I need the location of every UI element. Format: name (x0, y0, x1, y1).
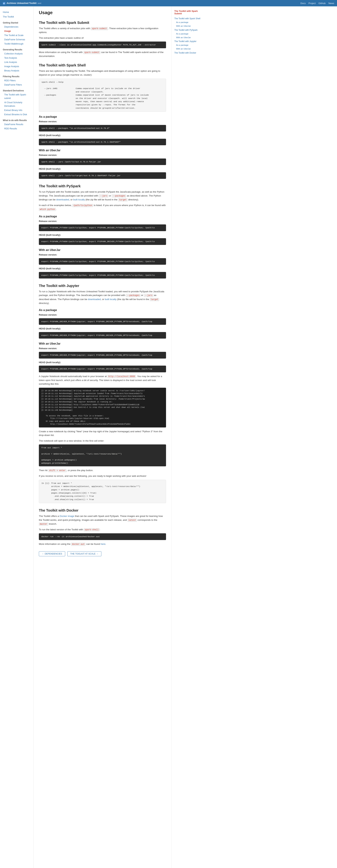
sidebar-item-collection-analysis[interactable]: Collection Analysis (3, 52, 32, 56)
toc-pyspark[interactable]: The Toolkit with PySpark (174, 28, 204, 32)
pyspark-uberjar-heading: With an UberJar (39, 248, 166, 252)
sidebar-section-filtering: Filtering Results (3, 75, 32, 78)
spark-shell-package-heading: As a package (39, 115, 166, 118)
sidebar-item-usage[interactable]: Usage (3, 29, 32, 33)
svg-text:AT: AT (3, 3, 5, 4)
jupyter-uberjar-release-code: export PYSPARK_DRIVER_PYTHON=jupyter; ex… (39, 352, 166, 359)
sidebar-section-getting-started: Getting Started (3, 22, 32, 24)
toc-section: The Toolkit with Spark Shell As a packag… (174, 17, 204, 55)
docs-link[interactable]: Docs (300, 2, 306, 5)
docker-heading: The Toolkit with Docker (39, 508, 166, 513)
pyspark-local-link[interactable]: built locally (73, 198, 85, 201)
pyspark-package-heading: As a package (39, 215, 166, 218)
pyspark-uberjar-head-label: HEAD (built locally): (39, 267, 166, 271)
pyspark-extra: In each of the examples below, /path/to/… (39, 204, 166, 211)
toc-spark-shell-package[interactable]: As a package (174, 21, 204, 24)
sidebar-item-rdd-results[interactable]: RDD Results (3, 126, 32, 131)
toc-pyspark-uberjar[interactable]: With an UberJar (174, 36, 204, 39)
toc-pyspark-package[interactable]: As a package (174, 32, 204, 36)
spark-shell-release-code: spark-shell --packages "io.archivesunlea… (39, 125, 166, 131)
sidebar-item-text-analysis[interactable]: Text Analysis (3, 56, 32, 60)
jupyter-release-code: export PYSPARK_DRIVER_PYTHON=jupyter; ex… (39, 318, 166, 325)
spark-shell-help-code: spark-shell --help --jars JARS Comma-sep… (39, 79, 166, 112)
pyspark-heading: The Toolkit with PySpark (39, 184, 166, 188)
sidebar-item-dataframe-schemas[interactable]: DataFrame Schemas (3, 37, 32, 42)
sidebar-item-scholarly[interactable]: Al Cloud Scholarly Derivatives (3, 100, 32, 108)
sidebar-item-dependencies[interactable]: Dependencies (3, 25, 32, 29)
spark-submit-code: spark-submit --class io.archivesunleashe… (39, 41, 166, 48)
nav-buttons: ← DEPENDENCIES THE TOOLKIT AT SCALE → (39, 551, 166, 556)
docker-here-link[interactable]: here (101, 543, 105, 545)
main-content: Usage The Toolkit with Spark Submit The … (34, 6, 171, 868)
toc-jupyter-package[interactable]: As a package (174, 43, 204, 47)
toc-spark-shell-uberjar[interactable]: With an UberJar (174, 24, 204, 28)
sidebar-item-home[interactable]: Home (3, 10, 32, 14)
jupyter-package-heading: As a package (39, 309, 166, 312)
sidebar-item-extract-binary[interactable]: Extract Binary Info (3, 108, 32, 113)
spark-shell-head-label: HEAD (built locally): (39, 133, 166, 137)
spark-shell-uberjar-head-code: spark-shell --jars /path/to/target/aut-0… (39, 172, 166, 179)
jupyter-terminal-output: [I 10:18:39.003 NotebookApp] Writing not… (39, 388, 166, 428)
news-link[interactable]: News (328, 2, 334, 5)
sidebar-item-binary-analysis[interactable]: Binary Analysis (3, 68, 32, 73)
sidebar-item-image-analysis[interactable]: Image Analysis (3, 64, 32, 68)
sidebar-item-dataframe-filters[interactable]: DataFrame Filters (3, 83, 32, 87)
pyspark-uberjar-head-code: export PYSPARK_PYTHON=/path/to/python; e… (39, 272, 166, 279)
pyspark-uberjar-release-label: Release version: (39, 253, 166, 257)
github-link[interactable]: GitHub (318, 2, 326, 5)
sidebar-item-rdd-filters[interactable]: RDD Filters (3, 79, 32, 83)
pyspark-intro: To run PySpark with the Toolkit loaded, … (39, 190, 166, 202)
sidebar-section-generating: Generating Results (3, 49, 32, 51)
pyspark-release-label: Release version: (39, 219, 166, 223)
pyspark-head-label: HEAD (built locally): (39, 233, 166, 237)
top-navigation: AT Archives Unleashed Toolkit next Docs … (0, 0, 337, 6)
spark-shell-head-code: spark-shell --packages "io.archivesunlea… (39, 139, 166, 145)
pyspark-release-code: export PYSPARK_PYTHON=/path/to/python; e… (39, 224, 166, 231)
docker-image-link[interactable]: Docker image (60, 515, 74, 518)
toc-title: The Toolkit with Spark Submit (174, 10, 204, 15)
jupyter-intro: To run a Jupyter Notebook with the Archi… (39, 290, 166, 305)
sidebar-item-toolkit[interactable]: The Toolkit (3, 14, 32, 19)
page-title: Usage (39, 10, 166, 16)
pyspark-download-link[interactable]: downloaded (56, 198, 69, 201)
sidebar-item-link-analysis[interactable]: Link Analysis (3, 60, 32, 64)
spark-shell-uberjar-heading: With an UberJar (39, 149, 166, 152)
jupyter-local-link[interactable]: built locally (105, 298, 116, 301)
sidebar-item-toolkit-scale[interactable]: The Toolkit at Scale (3, 33, 32, 37)
sidebar-item-extract-disk[interactable]: Extract Binaries to Disk (3, 113, 32, 117)
left-sidebar: Home The Toolkit Getting Started Depende… (0, 6, 34, 868)
nav-links: Docs Project GitHub News (300, 2, 334, 5)
jupyter-release-label: Release version: (39, 313, 166, 317)
jupyter-download-link[interactable]: downloaded (88, 298, 101, 301)
sidebar-section-standard: Standard Derivatives (3, 89, 32, 92)
jupyter-head-label: HEAD (built locally): (39, 327, 166, 331)
jupyter-uberjar-release-label: Release version: (39, 347, 166, 350)
toc-jupyter[interactable]: The Toolkit with Jupyter (174, 39, 204, 43)
toc-spark-shell[interactable]: The Toolkit with Spark Shell (174, 17, 204, 21)
prev-button[interactable]: ← DEPENDENCIES (39, 551, 65, 556)
next-label: next (38, 2, 41, 4)
toc-docker[interactable]: The Toolkit with Docker (174, 51, 204, 55)
jupyter-head-code: export PYSPARK_DRIVER_PYTHON=jupyter; ex… (39, 332, 166, 339)
pyspark-head-code: export PYSPARK_PYTHON=/path/to/python; e… (39, 238, 166, 245)
sidebar-item-spark-submit[interactable]: The Toolkit with Spark-submit (3, 93, 32, 100)
docker-run-text: To run the latest version of the Toolkit… (39, 528, 166, 531)
jupyter-create-text: Create a new notebook by clicking "New" … (39, 430, 166, 437)
jupyter-uberjar-head-label: HEAD (built locally): (39, 361, 166, 364)
docker-more-info: More information on using the docker-aut… (39, 542, 166, 546)
project-link[interactable]: Project (309, 2, 316, 5)
spark-submit-intro: The Toolkit offers a variety of extracti… (39, 27, 166, 34)
pyspark-uberjar-release-code: export PYSPARK_PYTHON=/path/to/python; e… (39, 258, 166, 265)
toc-jupyter-uberjar[interactable]: With an UberJar (174, 47, 204, 51)
jupyter-then-text: Then hit shift + enter, or press the pla… (39, 468, 166, 472)
sidebar-item-toolkit-walkthrough[interactable]: Toolkit Walkthrough (3, 42, 32, 46)
next-button[interactable]: THE TOOLKIT AT SCALE → (67, 551, 101, 556)
docker-run-code: docker run --rm -it archivesunleashed/do… (39, 533, 166, 540)
sidebar-item-dataframe-results[interactable]: DataFrame Results (3, 122, 32, 126)
spark-shell-intro: There are two options for loading the To… (39, 69, 166, 77)
logo-icon: AT (3, 2, 5, 5)
jupyter-open-text: The notebook will open in a new window. … (39, 439, 166, 443)
jupyter-heading: The Toolkit with Jupyter (39, 284, 166, 288)
spark-submit-outline: The extraction jobs have a basic outline… (39, 36, 166, 40)
spark-submit-more: More information on using the Toolkit wi… (39, 50, 166, 58)
